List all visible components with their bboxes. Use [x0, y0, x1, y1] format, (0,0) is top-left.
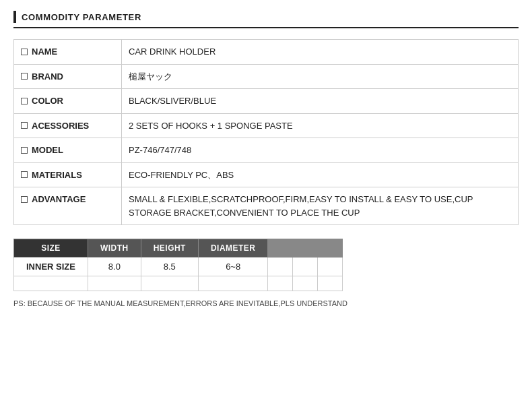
param-value: CAR DRINK HOLDER: [122, 40, 519, 65]
size-cell: [268, 258, 293, 276]
size-cell: [293, 258, 318, 276]
commodity-params-table: NAMECAR DRINK HOLDERBRAND槌屋ヤックCOLORBLACK…: [13, 39, 519, 225]
param-value: 槌屋ヤック: [122, 64, 519, 89]
checkbox-icon: [21, 98, 28, 104]
size-cell: [198, 276, 268, 291]
size-table-header-row: SIZEWIDTHHEIGHTDIAMETER: [14, 239, 343, 258]
param-value: 2 SETS OF HOOKS + 1 SPONGE PASTE: [122, 113, 519, 138]
param-row: NAMECAR DRINK HOLDER: [14, 40, 519, 65]
size-col-header: DIAMETER: [198, 239, 268, 258]
checkbox-icon: [21, 122, 28, 129]
size-cell: 6~8: [198, 258, 268, 276]
size-col-header: [293, 239, 318, 258]
checkbox-icon: [21, 147, 28, 154]
param-value: SMALL & FLEXIBLE,SCRATCHPROOF,FIRM,EASY …: [122, 187, 519, 225]
size-col-header: WIDTH: [88, 239, 141, 258]
param-value: ECO-FRIENDLY PC、ABS: [122, 162, 519, 187]
param-row: MODELPZ-746/747/748: [14, 138, 519, 163]
checkbox-icon: [21, 49, 28, 55]
ps-note: PS: BECAUSE OF THE MANUAL MEASUREMENT,ER…: [13, 299, 519, 307]
param-value: PZ-746/747/748: [122, 138, 519, 163]
param-label: MATERIALS: [14, 162, 122, 187]
size-cell: [141, 276, 198, 291]
param-label: NAME: [14, 40, 122, 65]
size-cell: [293, 276, 318, 291]
param-row: MATERIALSECO-FRIENDLY PC、ABS: [14, 162, 519, 187]
param-label: COLOR: [14, 89, 122, 114]
section-title: COMMODITY PARAMETER: [22, 12, 141, 22]
header-accent-bar: [13, 11, 16, 23]
param-row: ACESSORIES2 SETS OF HOOKS + 1 SPONGE PAS…: [14, 113, 519, 138]
size-table-row: [14, 276, 343, 291]
param-label: ACESSORIES: [14, 113, 122, 138]
size-table: SIZEWIDTHHEIGHTDIAMETER INNER SIZE8.08.5…: [13, 239, 343, 291]
size-table-row: INNER SIZE8.08.56~8: [14, 258, 343, 276]
size-col-header: [318, 239, 343, 258]
size-cell: INNER SIZE: [14, 258, 88, 276]
size-col-header: [268, 239, 293, 258]
checkbox-icon: [21, 73, 28, 80]
size-table-section: SIZEWIDTHHEIGHTDIAMETER INNER SIZE8.08.5…: [13, 239, 519, 291]
size-cell: [88, 276, 141, 291]
param-row: BRAND槌屋ヤック: [14, 64, 519, 89]
size-col-header: HEIGHT: [141, 239, 198, 258]
size-cell: [318, 258, 343, 276]
checkbox-icon: [21, 196, 28, 203]
param-row: COLORBLACK/SLIVER/BLUE: [14, 89, 519, 114]
size-cell: [14, 276, 88, 291]
size-cell: [318, 276, 343, 291]
section-header: COMMODITY PARAMETER: [13, 11, 519, 28]
param-label: ADVANTAGE: [14, 187, 122, 225]
param-row: ADVANTAGESMALL & FLEXIBLE,SCRATCHPROOF,F…: [14, 187, 519, 225]
param-label: BRAND: [14, 64, 122, 89]
size-cell: 8.0: [88, 258, 141, 276]
size-cell: 8.5: [141, 258, 198, 276]
param-value: BLACK/SLIVER/BLUE: [122, 89, 519, 114]
size-cell: [268, 276, 293, 291]
size-col-header: SIZE: [14, 239, 88, 258]
param-label: MODEL: [14, 138, 122, 163]
checkbox-icon: [21, 171, 28, 178]
